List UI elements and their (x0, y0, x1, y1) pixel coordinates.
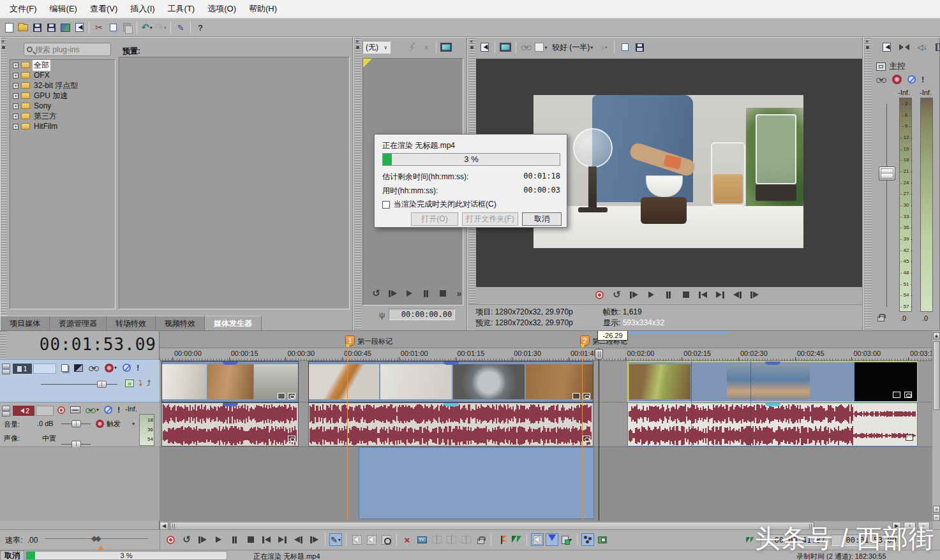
downmix-output-icon[interactable] (898, 41, 911, 54)
tree-item-第三方[interactable]: +第三方 (10, 111, 115, 121)
event-fx-icon[interactable] (288, 393, 295, 399)
event-gain-handle[interactable] (223, 403, 238, 406)
trim-event-icon[interactable] (415, 533, 428, 546)
capture-flash-icon[interactable] (406, 41, 419, 54)
event-crop-icon[interactable] (572, 393, 580, 399)
cut-icon[interactable]: ✂ (93, 21, 105, 34)
tree-item-GPU 加速[interactable]: +GPU 加速 (10, 91, 115, 101)
trigger-gear-icon[interactable] (96, 420, 104, 428)
go-to-start-button[interactable] (696, 289, 710, 300)
bus-fx-icon[interactable] (876, 77, 886, 82)
zoom-edit-tool-icon[interactable] (380, 533, 392, 546)
track-fx-icon[interactable] (89, 365, 99, 371)
time-ruler[interactable]: 00:00:0000:00:1500:00:3000:00:4500:01:00… (160, 348, 932, 361)
automation-settings[interactable]: ▾ (105, 364, 117, 372)
menu-item-查看(V)[interactable]: 查看(V) (84, 1, 123, 17)
track1-composite-slider[interactable] (41, 381, 117, 388)
vscroll-thumb[interactable] (933, 341, 940, 410)
trigger-control[interactable]: 触发 ▾ (96, 419, 135, 429)
stop-button[interactable] (435, 288, 450, 299)
split-trim-icon[interactable] (430, 533, 443, 546)
audio-event-1[interactable] (161, 402, 299, 446)
preview-quality-icon[interactable]: 较好 (一半)▾ (549, 41, 595, 54)
cursor-head[interactable] (595, 349, 603, 360)
pane-grip[interactable]: × (865, 38, 871, 331)
expand-icon[interactable]: + (13, 103, 19, 109)
stop-button[interactable] (678, 289, 693, 300)
go-to-end-button[interactable] (713, 289, 727, 300)
loop-region-bar[interactable] (629, 332, 728, 334)
play-from-start-button[interactable] (627, 289, 641, 300)
save-snapshot-icon[interactable] (633, 41, 646, 54)
go-to-end-button[interactable] (275, 534, 290, 545)
tab-媒体发生器[interactable]: 媒体发生器 (205, 316, 262, 330)
menu-item-编辑(E)[interactable]: 编辑(E) (44, 1, 83, 17)
next-frame-button[interactable] (307, 534, 322, 545)
pane-grip[interactable]: × (1, 38, 7, 331)
more-button[interactable]: » (452, 288, 466, 299)
expand-icon[interactable]: + (13, 83, 19, 89)
render-as-icon[interactable] (59, 21, 71, 34)
previous-frame-button[interactable] (291, 534, 306, 545)
loop-button[interactable]: ↺ (179, 534, 194, 545)
enable-snapping-icon[interactable] (531, 533, 544, 546)
event-fade-handle[interactable] (765, 362, 780, 365)
marker-tag-2[interactable]: 2 (580, 335, 590, 346)
event-fx-icon[interactable] (583, 436, 590, 442)
video-event-1[interactable] (161, 361, 299, 402)
track2-minimize-buttons[interactable] (2, 406, 10, 417)
paste-icon[interactable] (121, 21, 133, 34)
pin-pane-icon[interactable] (866, 46, 869, 49)
bus-mute-icon[interactable] (907, 75, 916, 84)
lock-event-icon[interactable] (474, 533, 487, 546)
tab-视频特效[interactable]: 视频特效 (156, 316, 205, 330)
whats-this-help-icon[interactable]: ? (194, 21, 207, 34)
redo-icon[interactable]: ↷▾ (154, 21, 167, 34)
project-properties-icon[interactable] (45, 21, 57, 34)
record-button[interactable] (163, 534, 178, 545)
event-fx-icon[interactable] (904, 392, 912, 398)
search-input[interactable] (35, 45, 99, 54)
video-event-3-selected[interactable] (627, 361, 918, 402)
tab-转场特效[interactable]: 转场特效 (107, 316, 156, 330)
pause-button[interactable] (227, 534, 242, 545)
pin-pane-icon[interactable] (356, 46, 359, 49)
event-fade-handle[interactable] (223, 362, 238, 365)
expand-icon[interactable]: + (13, 114, 19, 119)
volume-slider[interactable] (61, 421, 91, 427)
menu-item-文件(F)[interactable]: 文件(F) (4, 1, 43, 17)
import-media-icon[interactable] (73, 21, 86, 34)
track2-solo-icon[interactable]: ! (117, 405, 120, 415)
tree-item-Sony[interactable]: +Sony (10, 101, 115, 111)
scroll-up-icon[interactable]: ▲ (933, 332, 940, 339)
track1-solo-icon[interactable]: ! (137, 363, 139, 372)
bus-window-icon[interactable] (876, 63, 886, 71)
go-to-start-button[interactable] (259, 534, 274, 545)
track1-mute-icon[interactable] (123, 364, 131, 372)
timeline-canvas[interactable]: 1 第一段标记 2 第二段标记 -26.29 00:00:0000:00:150… (160, 331, 932, 530)
external-monitor-icon[interactable] (440, 41, 452, 54)
new-project-icon[interactable] (3, 21, 15, 34)
event-fx-icon[interactable] (288, 436, 295, 442)
track1-name-field[interactable] (33, 364, 56, 374)
track-motion-icon[interactable] (61, 364, 68, 372)
zoom-out-track-icon[interactable]: − (933, 514, 940, 521)
loop-button[interactable]: ↺ (369, 288, 384, 299)
timeline-vscrollbar[interactable]: ▲ + − (932, 331, 940, 530)
zoom-in-track-icon[interactable]: + (933, 506, 940, 513)
lock-envelopes-to-events-icon[interactable] (596, 533, 609, 546)
expand-icon[interactable]: + (13, 73, 19, 78)
mixer-properties-icon[interactable] (934, 41, 940, 54)
bus-solo-icon[interactable]: ! (921, 75, 924, 84)
event-gain-handle[interactable] (765, 403, 780, 406)
marker-bar[interactable]: 1 第一段标记 2 第二段标记 -26.29 (160, 331, 932, 348)
auto-ripple-icon[interactable] (546, 533, 558, 546)
menu-item-插入(I)[interactable]: 插入(I) (124, 1, 160, 17)
external-monitor-icon[interactable] (499, 41, 512, 54)
below-tracks-area[interactable] (160, 447, 932, 520)
copy-snapshot-icon[interactable] (618, 41, 631, 54)
trigger-dropdown-icon[interactable]: ▾ (132, 421, 135, 427)
event-fade-handle[interactable] (444, 362, 459, 365)
track1-minimize-buttons[interactable] (2, 364, 10, 375)
track2-number[interactable]: 2 (13, 406, 34, 416)
